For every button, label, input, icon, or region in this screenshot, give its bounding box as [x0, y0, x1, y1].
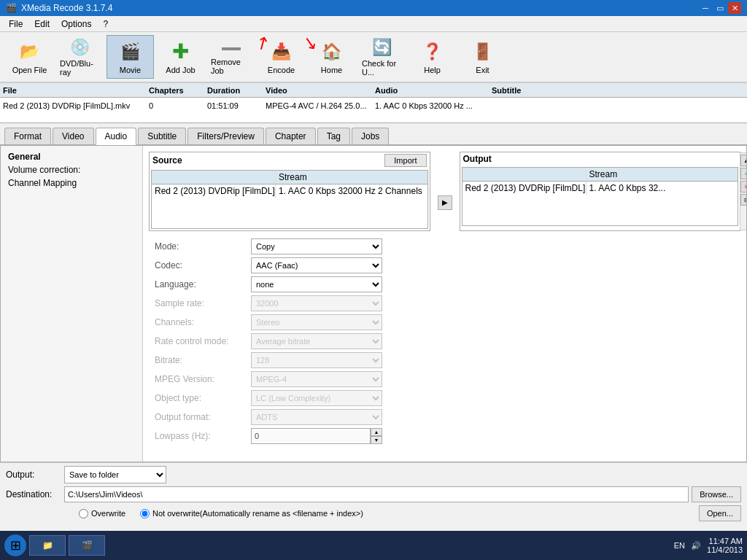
not-overwrite-option[interactable]: Not overwrite(Automatically rename as <f… — [140, 509, 363, 518]
add-job-button[interactable]: ✚ Add Job — [157, 35, 204, 79]
menu-help[interactable]: ? — [97, 18, 114, 31]
destination-row: Destination: Browse... — [6, 486, 741, 502]
language-control: none English German — [251, 276, 382, 292]
object-type-select[interactable]: LC (Low Complexity) HE HE-v2 — [251, 390, 382, 406]
file-video: MPEG-4 AVC / H.264 25.0... — [263, 101, 372, 110]
left-panel-volume[interactable]: Volume correction: — [5, 163, 138, 176]
source-output-row: Source Import Stream Red 2 (2013) DVDRip… — [149, 152, 740, 231]
menu-file[interactable]: File — [3, 18, 28, 31]
output-select[interactable]: Save to folder Save to source folder Sav… — [64, 466, 166, 483]
language-indicator: EN — [674, 541, 685, 550]
tab-video[interactable]: Video — [53, 128, 93, 144]
tab-subtitle[interactable]: Subtitle — [138, 128, 186, 144]
source-header: Source Import — [150, 152, 430, 168]
taskbar: ⊞ 📁 🎬 EN 🔊 11:47 AM 11/4/2013 — [0, 531, 747, 560]
help-button[interactable]: ❓ Help — [409, 35, 456, 79]
output-scroll-remove[interactable]: ✕ — [740, 181, 746, 192]
output-scroll-grid[interactable]: ⊞ — [740, 194, 746, 206]
channels-select[interactable]: Stereo Mono 5.1 — [251, 314, 382, 330]
clock-date: 11/4/2013 — [707, 545, 743, 554]
tab-jobs[interactable]: Jobs — [352, 128, 389, 144]
dvd-blu-ray-button[interactable]: 💿 DVD/Blu-ray — [56, 35, 104, 79]
channels-control: Stereo Mono 5.1 — [251, 314, 382, 330]
rate-control-select[interactable]: Average bitrate Constant bitrate — [251, 333, 382, 349]
restore-button[interactable]: ▭ — [713, 2, 727, 14]
source-stream-row[interactable]: Red 2 (2013) DVDRip [FilmDL].mkv 1. AAC … — [152, 184, 427, 198]
clock: 11:47 AM 11/4/2013 — [707, 537, 743, 554]
encode-button[interactable]: 📥 Encode — [258, 35, 305, 79]
destination-input[interactable] — [64, 486, 689, 502]
menu-bar: File Edit Options ? — [0, 16, 747, 32]
header-duration: Duration — [204, 86, 263, 95]
movie-button[interactable]: 🎬 Movie — [107, 35, 154, 79]
destination-label: Destination: — [6, 489, 64, 499]
left-panel-general[interactable]: General — [5, 150, 138, 163]
app-icon: 🎬 — [6, 3, 17, 13]
minimize-button[interactable]: ─ — [699, 2, 712, 14]
import-button[interactable]: Import — [384, 154, 426, 167]
sample-rate-select[interactable]: 32000 44100 48000 — [251, 295, 382, 311]
exit-label: Exit — [476, 66, 489, 74]
codec-select[interactable]: AAC (Faac) MP3 AC3 — [251, 257, 382, 273]
open-button[interactable]: Open... — [699, 505, 741, 521]
tab-format[interactable]: Format — [4, 128, 51, 144]
main-content: General Volume correction: Channel Mappi… — [0, 145, 747, 462]
overwrite-radio[interactable] — [79, 509, 88, 518]
start-button[interactable]: ⊞ — [4, 534, 26, 556]
tab-filters-preview[interactable]: Filters/Preview — [187, 128, 264, 144]
output-scroll-add[interactable]: + — [740, 168, 746, 179]
output-format-control: ADTS ADIF — [251, 409, 382, 425]
file-name: Red 2 (2013) DVDRip [FilmDL].mkv — [0, 101, 146, 110]
stream-arrow-button[interactable]: ▶ — [438, 195, 452, 210]
title-bar-title: 🎬 XMedia Recode 3.1.7.4 — [6, 3, 112, 13]
tab-tag[interactable]: Tag — [317, 128, 350, 144]
not-overwrite-radio[interactable] — [140, 509, 150, 518]
channels-row: Channels: Stereo Mono 5.1 — [149, 313, 740, 332]
check-for-update-button[interactable]: 🔄 Check for U... — [358, 35, 406, 79]
tab-audio[interactable]: Audio — [96, 128, 137, 145]
output-format-row: Output format: ADTS ADIF — [149, 408, 740, 427]
open-file-button[interactable]: 📂 Open File — [6, 35, 53, 79]
output-stream-row[interactable]: Red 2 (2013) DVDRip [FilmDL].mkv 1. AAC … — [462, 182, 738, 195]
help-label: Help — [424, 66, 441, 74]
lowpass-up[interactable]: ▲ — [371, 428, 382, 436]
menu-options[interactable]: Options — [55, 18, 97, 31]
language-row: Language: none English German — [149, 275, 740, 294]
taskbar-app-media[interactable]: 🎬 — [69, 535, 105, 556]
output-format-select[interactable]: ADTS ADIF — [251, 409, 382, 425]
output-scroll-up[interactable]: ▲ — [740, 155, 746, 166]
output-stream-scroll[interactable]: Red 2 (2013) DVDRip [FilmDL].mkv 1. AAC … — [462, 182, 738, 225]
tab-chapter[interactable]: Chapter — [266, 128, 316, 144]
mpeg-version-row: MPEG Version: MPEG-4 MPEG-2 — [149, 370, 740, 389]
close-button[interactable]: ✕ — [728, 2, 741, 14]
mpeg-version-select[interactable]: MPEG-4 MPEG-2 — [251, 371, 382, 387]
bitrate-select[interactable]: 128 192 256 — [251, 352, 382, 368]
remove-job-icon — [220, 39, 243, 55]
clock-time: 11:47 AM — [707, 537, 743, 545]
file-list: File Chapters Duration Video Audio Subti… — [0, 83, 747, 123]
browse-button[interactable]: Browse... — [692, 486, 741, 502]
taskbar-app-explorer[interactable]: 📁 — [29, 535, 66, 556]
source-col-stream-header: Stream — [276, 171, 427, 184]
svg-rect-0 — [222, 47, 241, 50]
mode-select[interactable]: Copy Encode — [251, 238, 382, 254]
source-stream-cell: 1. AAC 0 Kbps 32000 Hz 2 Channels — [276, 184, 427, 198]
menu-edit[interactable]: Edit — [28, 18, 55, 31]
overwrite-label: Overwrite — [91, 509, 125, 518]
start-icon: ⊞ — [10, 537, 21, 553]
taskbar-left: ⊞ 📁 🎬 — [4, 534, 105, 556]
overwrite-option[interactable]: Overwrite — [79, 509, 125, 518]
explorer-icon: 📁 — [42, 540, 53, 551]
exit-button[interactable]: 🚪 Exit — [459, 35, 506, 79]
lowpass-down[interactable]: ▼ — [371, 436, 382, 444]
table-row[interactable]: Red 2 (2013) DVDRip [FilmDL].mkv 0 01:51… — [0, 98, 747, 114]
source-stream-scroll[interactable]: Red 2 (2013) DVDRip [FilmDL].mkv 1. AAC … — [152, 184, 427, 228]
language-label: Language: — [149, 279, 251, 289]
output-stream-cell: 1. AAC 0 Kbps 32... — [587, 182, 738, 195]
home-button[interactable]: 🏠 Home — [308, 35, 355, 79]
lowpass-input[interactable] — [251, 428, 371, 444]
left-panel: General Volume correction: Channel Mappi… — [1, 146, 143, 462]
remove-job-button[interactable]: Remove Job — [207, 35, 255, 79]
left-panel-channel[interactable]: Channel Mapping — [5, 176, 138, 190]
language-select[interactable]: none English German — [251, 276, 382, 292]
